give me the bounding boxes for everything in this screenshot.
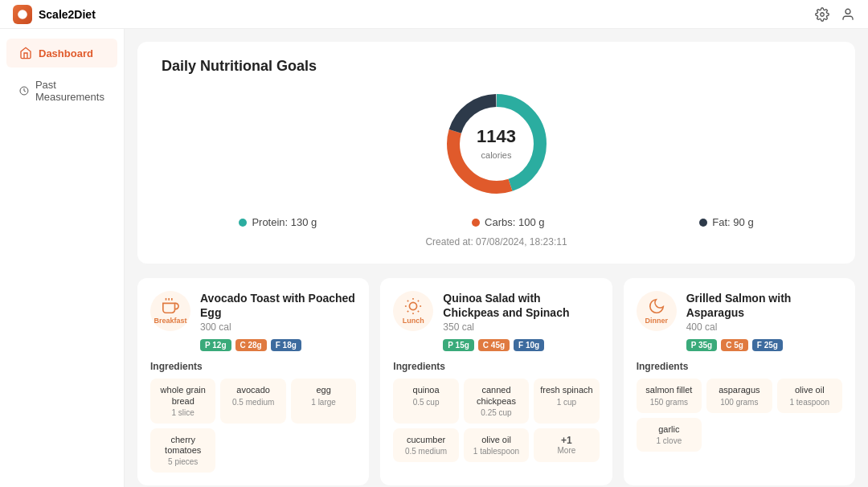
topbar: Scale2Diet <box>0 0 868 29</box>
clock-icon <box>19 84 29 97</box>
meal-header-dinner: Dinner Grilled Salmon with Asparagus 400… <box>637 291 842 351</box>
dinner-ingredients-title: Ingredients <box>637 361 842 372</box>
ingredient-chickpeas: canned chickpeas 0.25 cup <box>464 379 529 423</box>
app-logo: Scale2Diet <box>13 5 96 24</box>
ingredient-cherry-tomatoes: cherry tomatoes 5 pieces <box>150 428 215 473</box>
ingredient-cucumber: cucumber 0.5 medium <box>393 428 458 462</box>
protein-label: Protein: 130 g <box>252 216 317 228</box>
sun-icon <box>404 297 422 315</box>
settings-icon[interactable] <box>815 7 829 22</box>
ingredient-olive-oil-dinner: olive oil 1 teaspoon <box>777 379 842 412</box>
lunch-ingredients-grid: quinoa 0.5 cup canned chickpeas 0.25 cup… <box>393 379 599 462</box>
meal-card-dinner: Dinner Grilled Salmon with Asparagus 400… <box>624 278 855 485</box>
lunch-ingredients-title: Ingredients <box>393 361 599 372</box>
svg-line-12 <box>418 311 419 312</box>
created-at: Created at: 07/08/2024, 18:23:11 <box>162 236 831 248</box>
lunch-carbs-badge: C 45g <box>478 339 510 351</box>
breakfast-name: Avocado Toast with Poached Egg <box>200 291 356 320</box>
dinner-protein-badge: P 35g <box>686 339 718 351</box>
breakfast-ingredients-title: Ingredients <box>150 361 356 372</box>
ingredient-asparagus: asparagus 100 grams <box>706 379 772 412</box>
breakfast-info: Avocado Toast with Poached Egg 300 cal P… <box>200 291 356 351</box>
lunch-badges: P 15g C 45g F 10g <box>443 339 599 351</box>
ingredient-spinach: fresh spinach 1 cup <box>534 379 599 423</box>
svg-line-16 <box>418 301 419 301</box>
more-ingredients-lunch[interactable]: +1 More <box>534 428 599 462</box>
calorie-unit: calories <box>481 150 512 160</box>
fat-label: Fat: 90 g <box>712 216 753 228</box>
meal-card-lunch: Lunch Quinoa Salad with Chickpeas and Sp… <box>380 278 612 485</box>
svg-line-11 <box>407 301 408 301</box>
goals-title: Daily Nutritional Goals <box>162 58 831 75</box>
breakfast-fat-badge: F 18g <box>271 339 301 351</box>
carbs-label: Carbs: 100 g <box>485 216 544 228</box>
carbs-dot <box>472 219 480 227</box>
sidebar: Dashboard Past Measurements <box>0 29 125 487</box>
dinner-carbs-badge: C 5g <box>721 339 748 351</box>
sidebar-item-past-measurements-label: Past Measurements <box>35 79 104 103</box>
goals-card: Daily Nutritional Goals 1143 <box>137 42 855 264</box>
dinner-fat-badge: F 25g <box>752 339 783 351</box>
svg-point-17 <box>18 10 27 19</box>
breakfast-icon-wrap: Breakfast <box>150 291 190 331</box>
dinner-ingredients-grid: salmon fillet 150 grams asparagus 100 gr… <box>637 379 842 451</box>
moon-icon <box>648 297 665 315</box>
lunch-fat-badge: F 10g <box>514 339 544 351</box>
breakfast-label: Breakfast <box>154 317 186 325</box>
meals-row: Breakfast Avocado Toast with Poached Egg… <box>137 278 855 485</box>
carbs-macro: Carbs: 100 g <box>472 216 544 228</box>
lunch-protein-badge: P 15g <box>443 339 474 351</box>
topbar-icons <box>815 7 855 22</box>
fat-dot <box>699 219 707 227</box>
sidebar-item-dashboard-label: Dashboard <box>39 47 93 59</box>
dinner-info: Grilled Salmon with Asparagus 400 cal P … <box>686 291 842 351</box>
ingredient-salmon: salmon fillet 150 grams <box>637 379 702 412</box>
dinner-name: Grilled Salmon with Asparagus <box>686 291 842 320</box>
ingredient-garlic: garlic 1 clove <box>637 418 702 452</box>
home-icon <box>19 47 32 59</box>
dinner-badges: P 35g C 5g F 25g <box>686 339 842 351</box>
lunch-name: Quinoa Salad with Chickpeas and Spinach <box>443 291 599 320</box>
svg-point-18 <box>821 12 825 16</box>
ingredient-quinoa: quinoa 0.5 cup <box>393 379 458 423</box>
donut-chart: 1143 calories <box>440 88 553 200</box>
meal-header-lunch: Lunch Quinoa Salad with Chickpeas and Sp… <box>393 291 599 351</box>
dinner-label: Dinner <box>645 317 668 325</box>
dinner-icon-wrap: Dinner <box>637 291 677 331</box>
svg-point-19 <box>845 9 850 14</box>
coffee-icon <box>162 297 179 315</box>
meal-card-breakfast: Breakfast Avocado Toast with Poached Egg… <box>137 278 369 485</box>
breakfast-badges: P 12g C 28g F 18g <box>200 339 356 351</box>
meal-header-breakfast: Breakfast Avocado Toast with Poached Egg… <box>150 291 356 351</box>
logo-icon <box>13 5 32 24</box>
svg-line-15 <box>407 311 408 312</box>
user-icon[interactable] <box>841 7 855 22</box>
macros-row: Protein: 130 g Carbs: 100 g Fat: 90 g <box>162 216 831 228</box>
app-name: Scale2Diet <box>39 8 96 21</box>
scale-icon <box>17 9 28 20</box>
lunch-info: Quinoa Salad with Chickpeas and Spinach … <box>443 291 599 351</box>
breakfast-ingredients-grid: whole grain bread 1 slice avocado 0.5 me… <box>150 379 356 473</box>
fat-macro: Fat: 90 g <box>699 216 753 228</box>
ingredient-whole-grain-bread: whole grain bread 1 slice <box>150 379 215 423</box>
donut-wrap: 1143 calories <box>162 88 831 200</box>
sidebar-item-dashboard[interactable]: Dashboard <box>6 39 117 68</box>
breakfast-protein-badge: P 12g <box>200 339 231 351</box>
dinner-cal: 400 cal <box>686 321 842 333</box>
sidebar-item-past-measurements[interactable]: Past Measurements <box>6 71 117 111</box>
svg-point-8 <box>410 302 417 309</box>
lunch-label: Lunch <box>403 317 424 325</box>
breakfast-cal: 300 cal <box>200 321 356 333</box>
main-content: Daily Nutritional Goals 1143 <box>125 29 868 487</box>
ingredient-olive-oil-lunch: olive oil 1 tablespoon <box>464 428 529 462</box>
protein-dot <box>239 219 247 227</box>
ingredient-avocado: avocado 0.5 medium <box>220 379 285 423</box>
breakfast-carbs-badge: C 28g <box>235 339 267 351</box>
lunch-cal: 350 cal <box>443 321 599 333</box>
ingredient-egg: egg 1 large <box>291 379 356 423</box>
donut-label: 1143 calories <box>477 126 516 162</box>
lunch-icon-wrap: Lunch <box>393 291 433 331</box>
calorie-count: 1143 <box>477 126 516 147</box>
protein-macro: Protein: 130 g <box>239 216 317 228</box>
